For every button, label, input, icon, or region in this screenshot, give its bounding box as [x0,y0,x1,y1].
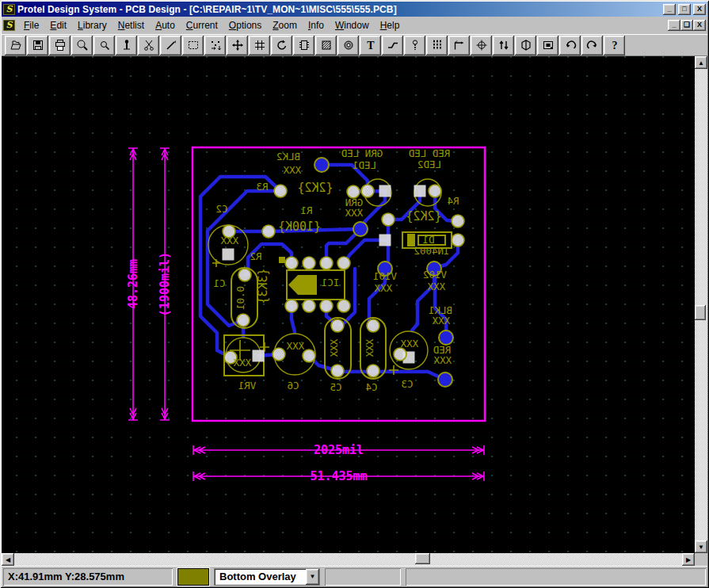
menu-item-netlist[interactable]: Netlist [112,17,150,33]
pcb-canvas[interactable]: BLK2XXXGRN LEDLED1RED LEDLED2R3{2K2}R4{2… [2,56,695,553]
silk-label: C3 [401,378,413,390]
pad-button[interactable] [337,36,359,55]
save-button[interactable] [27,36,48,55]
select-region-button[interactable] [182,36,204,55]
close-button[interactable]: X [693,4,706,15]
component-button[interactable] [293,36,314,55]
rotate-button[interactable] [271,36,292,55]
layer-selector-value: Bottom Overlay [215,571,306,582]
move-cross-button[interactable] [227,36,248,55]
chip-window-button[interactable] [537,36,558,55]
zoom-window-button[interactable] [71,36,93,55]
help-button[interactable]: ? [604,36,625,55]
save-icon [32,39,44,52]
mdi-close-button[interactable]: X [693,20,706,31]
via-pad [438,372,452,387]
silk-label: GRN LED [341,147,383,159]
draw-line-icon [165,39,177,52]
silk-label: 1N4002 [414,245,449,257]
view-3d-button[interactable] [515,36,536,55]
move-selection-icon [209,39,222,52]
round-pad [337,257,350,269]
menu-item-zoom[interactable]: Zoom [267,17,303,33]
menu-item-window[interactable]: Window [330,17,375,33]
minimize-button[interactable]: _ [663,4,676,15]
redo-button[interactable] [581,36,603,55]
square-pad [379,185,391,197]
draw-line-button[interactable] [160,36,181,55]
round-pad [303,257,315,269]
zoom-point-icon [98,39,111,52]
grid-button[interactable] [249,36,270,55]
mdi-restore-button[interactable]: ❏ [680,20,693,31]
menu-item-file[interactable]: File [18,17,44,33]
round-pad [273,348,285,361]
silk-label: V101 [373,270,397,282]
scroll-up-button[interactable]: ▲ [695,56,707,69]
cut-button[interactable] [138,36,159,55]
swap-button[interactable] [493,36,514,55]
mdi-document-icon[interactable]: S [3,20,15,31]
pad-array-button[interactable] [426,36,448,55]
scroll-right-button[interactable]: ▶ [682,553,695,566]
menu-item-help[interactable]: Help [375,17,406,33]
origin-button[interactable] [471,36,492,55]
dimension: 48.26mm [126,148,140,420]
dimension: 2025mil [193,443,484,457]
dimension-label: 51.435mm [310,469,367,483]
text-button[interactable]: T [360,36,381,55]
menu-item-edit[interactable]: Edit [44,17,72,33]
scroll-left-button[interactable]: ◀ [2,553,14,566]
menu-item-info[interactable]: Info [303,17,330,33]
move-selection-button[interactable] [204,36,226,55]
vertical-scroll-track[interactable] [695,69,707,540]
svg-text:T: T [367,40,375,52]
silk-label: {2K2} [406,209,441,223]
undo-button[interactable] [559,36,581,55]
component-icon [298,39,311,52]
round-pad [303,300,315,312]
print-button[interactable] [49,36,71,55]
open-button[interactable] [5,36,26,55]
horizontal-scrollbar[interactable]: ◀ ▶ [2,553,695,566]
zoom-point-button[interactable] [93,36,115,55]
via-pad [439,330,453,345]
scrollbar-corner [695,553,707,566]
maximize-button[interactable]: □ [678,4,691,15]
cursor-coordinates: X:41.91mm Y:28.575mm [3,568,173,586]
mdi-minimize-button[interactable]: _ [668,20,680,31]
dimension-icon [453,39,466,52]
menu-item-auto[interactable]: Auto [150,17,181,33]
scroll-down-button[interactable]: ▼ [695,540,707,553]
menu-item-current[interactable]: Current [181,17,223,33]
track-button[interactable] [382,36,403,55]
chevron-down-icon[interactable]: ▼ [306,569,319,585]
silk-label: LED2 [417,158,441,170]
cut-icon [143,39,155,52]
vertical-scrollbar[interactable]: ▲ ▼ [695,56,707,553]
status-bar: X:41.91mm Y:28.575mm Bottom Overlay ▼ [2,566,707,586]
silk-label: VR1 [238,380,257,391]
status-panel-3 [406,568,706,586]
dimension-label: 2025mil [314,443,364,457]
horizontal-scroll-track[interactable] [14,553,682,566]
menu-item-options[interactable]: Options [223,17,267,33]
horizontal-scroll-thumb[interactable] [415,553,430,564]
vertical-scroll-thumb[interactable] [695,305,706,320]
round-pad [452,234,464,246]
dimension-button[interactable] [448,36,470,55]
pad-icon [342,39,355,52]
origin-icon [475,39,488,52]
silk-label: XXX [427,281,445,292]
redo-icon [586,39,599,52]
silk-label: {2K2} [297,181,333,195]
place-tool-button[interactable] [116,36,137,55]
help-icon: ? [608,39,621,52]
silk-label: XXX [286,340,304,352]
fill-button[interactable] [315,36,337,55]
square-pad [379,235,391,246]
layer-selector[interactable]: Bottom Overlay ▼ [214,568,320,586]
menu-item-library[interactable]: Library [72,17,112,33]
app-icon[interactable]: S [3,4,15,15]
via-button[interactable] [404,36,425,55]
